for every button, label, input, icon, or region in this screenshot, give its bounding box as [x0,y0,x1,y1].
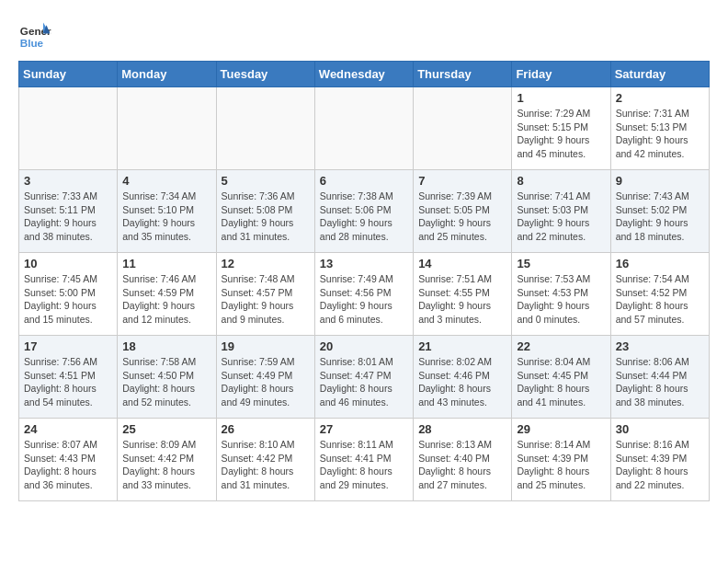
day-number: 25 [122,422,210,436]
calendar-cell: 2Sunrise: 7:31 AM Sunset: 5:13 PM Daylig… [610,87,709,170]
calendar-cell: 14Sunrise: 7:51 AM Sunset: 4:55 PM Dayli… [414,253,512,336]
calendar-cell: 28Sunrise: 8:13 AM Sunset: 4:40 PM Dayli… [414,419,512,501]
column-header-friday: Friday [512,62,610,87]
week-row-3: 10Sunrise: 7:45 AM Sunset: 5:00 PM Dayli… [19,253,710,336]
calendar-cell: 15Sunrise: 7:53 AM Sunset: 4:53 PM Dayli… [512,253,610,336]
calendar-cell: 27Sunrise: 8:11 AM Sunset: 4:41 PM Dayli… [314,419,413,501]
calendar-cell: 16Sunrise: 7:54 AM Sunset: 4:52 PM Dayli… [610,253,709,336]
calendar-cell [216,87,314,170]
day-number: 15 [517,257,605,270]
day-info: Sunrise: 7:33 AM Sunset: 5:11 PM Dayligh… [24,190,112,244]
calendar-cell: 22Sunrise: 8:04 AM Sunset: 4:45 PM Dayli… [512,336,610,419]
calendar-cell: 7Sunrise: 7:39 AM Sunset: 5:05 PM Daylig… [414,170,512,253]
calendar-cell [414,87,512,170]
day-number: 20 [320,339,408,353]
calendar-cell: 24Sunrise: 8:07 AM Sunset: 4:43 PM Dayli… [19,419,118,501]
day-info: Sunrise: 7:48 AM Sunset: 4:57 PM Dayligh… [222,272,310,327]
day-info: Sunrise: 7:58 AM Sunset: 4:50 PM Dayligh… [122,355,210,409]
day-number: 23 [616,339,704,353]
day-info: Sunrise: 7:29 AM Sunset: 5:15 PM Dayligh… [517,107,605,161]
day-number: 16 [616,257,704,270]
day-info: Sunrise: 7:39 AM Sunset: 5:05 PM Dayligh… [418,190,506,244]
day-info: Sunrise: 8:01 AM Sunset: 4:47 PM Dayligh… [320,355,408,409]
logo-icon: General Blue [18,18,51,52]
day-info: Sunrise: 7:43 AM Sunset: 5:02 PM Dayligh… [616,190,704,244]
calendar-cell: 18Sunrise: 7:58 AM Sunset: 4:50 PM Dayli… [118,336,216,419]
day-info: Sunrise: 7:36 AM Sunset: 5:08 PM Dayligh… [222,190,310,244]
day-number: 2 [616,91,704,105]
day-number: 12 [222,257,310,270]
day-info: Sunrise: 8:06 AM Sunset: 4:44 PM Dayligh… [616,355,704,409]
calendar-cell: 23Sunrise: 8:06 AM Sunset: 4:44 PM Dayli… [610,336,709,419]
day-info: Sunrise: 7:41 AM Sunset: 5:03 PM Dayligh… [517,190,605,244]
day-info: Sunrise: 7:56 AM Sunset: 4:51 PM Dayligh… [24,355,112,409]
calendar-cell: 10Sunrise: 7:45 AM Sunset: 5:00 PM Dayli… [19,253,118,336]
calendar-cell: 13Sunrise: 7:49 AM Sunset: 4:56 PM Dayli… [314,253,413,336]
day-info: Sunrise: 7:49 AM Sunset: 4:56 PM Dayligh… [320,272,408,327]
calendar-cell: 5Sunrise: 7:36 AM Sunset: 5:08 PM Daylig… [216,170,314,253]
day-info: Sunrise: 8:09 AM Sunset: 4:42 PM Dayligh… [122,438,210,492]
calendar-cell: 3Sunrise: 7:33 AM Sunset: 5:11 PM Daylig… [19,170,118,253]
calendar-table: SundayMondayTuesdayWednesdayThursdayFrid… [18,61,710,501]
week-row-5: 24Sunrise: 8:07 AM Sunset: 4:43 PM Dayli… [19,419,710,501]
day-number: 4 [122,174,210,188]
calendar-cell: 29Sunrise: 8:14 AM Sunset: 4:39 PM Dayli… [512,419,610,501]
calendar-cell: 21Sunrise: 8:02 AM Sunset: 4:46 PM Dayli… [414,336,512,419]
day-number: 17 [24,339,112,353]
calendar-cell [19,87,118,170]
day-number: 19 [222,339,310,353]
calendar-cell: 8Sunrise: 7:41 AM Sunset: 5:03 PM Daylig… [512,170,610,253]
day-number: 30 [616,422,704,436]
header: General Blue [18,18,710,52]
day-number: 18 [122,339,210,353]
calendar-cell: 17Sunrise: 7:56 AM Sunset: 4:51 PM Dayli… [19,336,118,419]
day-info: Sunrise: 7:54 AM Sunset: 4:52 PM Dayligh… [616,272,704,327]
day-number: 24 [24,422,112,436]
day-number: 7 [418,174,506,188]
day-number: 6 [320,174,408,188]
calendar-cell: 4Sunrise: 7:34 AM Sunset: 5:10 PM Daylig… [118,170,216,253]
day-info: Sunrise: 8:13 AM Sunset: 4:40 PM Dayligh… [418,438,506,492]
day-number: 21 [418,339,506,353]
logo: General Blue [18,18,55,52]
column-header-tuesday: Tuesday [216,62,314,87]
calendar-cell: 9Sunrise: 7:43 AM Sunset: 5:02 PM Daylig… [610,170,709,253]
day-number: 14 [418,257,506,270]
day-info: Sunrise: 7:38 AM Sunset: 5:06 PM Dayligh… [320,190,408,244]
column-header-wednesday: Wednesday [314,62,413,87]
calendar-cell: 30Sunrise: 8:16 AM Sunset: 4:39 PM Dayli… [610,419,709,501]
day-number: 11 [122,257,210,270]
calendar-cell: 20Sunrise: 8:01 AM Sunset: 4:47 PM Dayli… [314,336,413,419]
week-row-4: 17Sunrise: 7:56 AM Sunset: 4:51 PM Dayli… [19,336,710,419]
day-number: 9 [616,174,704,188]
day-number: 28 [418,422,506,436]
week-row-1: 1Sunrise: 7:29 AM Sunset: 5:15 PM Daylig… [19,87,710,170]
day-info: Sunrise: 8:10 AM Sunset: 4:42 PM Dayligh… [222,438,310,492]
column-header-thursday: Thursday [414,62,512,87]
day-number: 27 [320,422,408,436]
day-info: Sunrise: 7:53 AM Sunset: 4:53 PM Dayligh… [517,272,605,327]
calendar-cell: 1Sunrise: 7:29 AM Sunset: 5:15 PM Daylig… [512,87,610,170]
day-number: 22 [517,339,605,353]
calendar-cell: 11Sunrise: 7:46 AM Sunset: 4:59 PM Dayli… [118,253,216,336]
day-info: Sunrise: 7:46 AM Sunset: 4:59 PM Dayligh… [122,272,210,327]
day-number: 26 [222,422,310,436]
week-row-2: 3Sunrise: 7:33 AM Sunset: 5:11 PM Daylig… [19,170,710,253]
day-info: Sunrise: 7:51 AM Sunset: 4:55 PM Dayligh… [418,272,506,327]
calendar-cell: 26Sunrise: 8:10 AM Sunset: 4:42 PM Dayli… [216,419,314,501]
day-info: Sunrise: 8:11 AM Sunset: 4:41 PM Dayligh… [320,438,408,492]
calendar-cell: 6Sunrise: 7:38 AM Sunset: 5:06 PM Daylig… [314,170,413,253]
day-info: Sunrise: 7:31 AM Sunset: 5:13 PM Dayligh… [616,107,704,161]
day-info: Sunrise: 7:45 AM Sunset: 5:00 PM Dayligh… [24,272,112,327]
calendar-cell: 12Sunrise: 7:48 AM Sunset: 4:57 PM Dayli… [216,253,314,336]
day-info: Sunrise: 7:59 AM Sunset: 4:49 PM Dayligh… [222,355,310,409]
day-number: 1 [517,91,605,105]
day-number: 3 [24,174,112,188]
day-info: Sunrise: 8:04 AM Sunset: 4:45 PM Dayligh… [517,355,605,409]
calendar-cell [118,87,216,170]
day-info: Sunrise: 8:14 AM Sunset: 4:39 PM Dayligh… [517,438,605,492]
day-info: Sunrise: 7:34 AM Sunset: 5:10 PM Dayligh… [122,190,210,244]
day-number: 13 [320,257,408,270]
column-header-monday: Monday [118,62,216,87]
day-info: Sunrise: 8:16 AM Sunset: 4:39 PM Dayligh… [616,438,704,492]
